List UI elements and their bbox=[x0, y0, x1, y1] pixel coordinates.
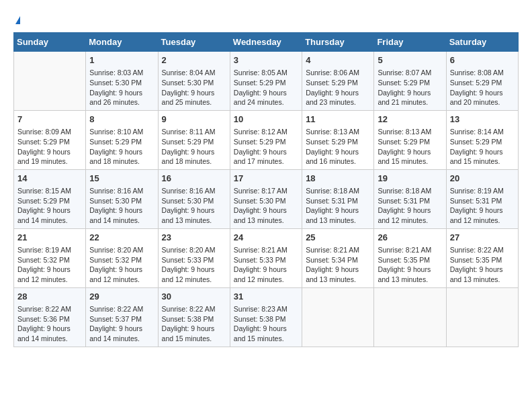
calendar-cell: 17Sunrise: 8:17 AMSunset: 5:30 PMDayligh… bbox=[230, 169, 302, 228]
calendar-cell: 19Sunrise: 8:18 AMSunset: 5:31 PMDayligh… bbox=[374, 169, 446, 228]
day-info: Sunrise: 8:04 AMSunset: 5:30 PMDaylight:… bbox=[162, 68, 226, 107]
day-info: Sunrise: 8:15 AMSunset: 5:29 PMDaylight:… bbox=[17, 186, 82, 226]
calendar-cell: 6Sunrise: 8:08 AMSunset: 5:29 PMDaylight… bbox=[446, 52, 518, 111]
calendar-cell: 24Sunrise: 8:21 AMSunset: 5:33 PMDayligh… bbox=[230, 228, 302, 287]
day-number: 31 bbox=[234, 291, 298, 303]
weekday-header-thursday: Thursday bbox=[302, 33, 374, 52]
calendar-cell: 21Sunrise: 8:19 AMSunset: 5:32 PMDayligh… bbox=[14, 228, 86, 287]
day-number: 19 bbox=[378, 173, 442, 185]
day-info: Sunrise: 8:13 AMSunset: 5:29 PMDaylight:… bbox=[378, 127, 442, 167]
day-info: Sunrise: 8:22 AMSunset: 5:38 PMDaylight:… bbox=[162, 304, 226, 344]
calendar-cell: 2Sunrise: 8:04 AMSunset: 5:30 PMDaylight… bbox=[158, 52, 230, 111]
week-row-3: 14Sunrise: 8:15 AMSunset: 5:29 PMDayligh… bbox=[14, 169, 519, 228]
weekday-header-saturday: Saturday bbox=[446, 33, 518, 52]
day-number: 28 bbox=[17, 291, 82, 303]
calendar-table: SundayMondayTuesdayWednesdayThursdayFrid… bbox=[13, 32, 519, 347]
day-number: 6 bbox=[450, 54, 515, 66]
day-number: 1 bbox=[89, 54, 154, 66]
day-number: 8 bbox=[89, 113, 154, 126]
calendar-cell bbox=[14, 52, 86, 111]
day-info: Sunrise: 8:19 AMSunset: 5:32 PMDaylight:… bbox=[17, 245, 82, 285]
day-number: 23 bbox=[162, 232, 226, 244]
calendar-cell bbox=[302, 287, 374, 347]
day-info: Sunrise: 8:16 AMSunset: 5:30 PMDaylight:… bbox=[162, 186, 226, 226]
day-info: Sunrise: 8:21 AMSunset: 5:34 PMDaylight:… bbox=[306, 245, 370, 285]
day-number: 5 bbox=[378, 54, 442, 66]
day-number: 13 bbox=[450, 113, 515, 126]
day-info: Sunrise: 8:10 AMSunset: 5:29 PMDaylight:… bbox=[89, 127, 154, 167]
day-info: Sunrise: 8:21 AMSunset: 5:35 PMDaylight:… bbox=[378, 245, 442, 285]
week-row-1: 1Sunrise: 8:03 AMSunset: 5:30 PMDaylight… bbox=[14, 52, 519, 111]
calendar-cell: 28Sunrise: 8:22 AMSunset: 5:36 PMDayligh… bbox=[14, 287, 86, 347]
day-number: 15 bbox=[89, 173, 154, 185]
calendar-cell: 26Sunrise: 8:21 AMSunset: 5:35 PMDayligh… bbox=[374, 228, 446, 287]
day-info: Sunrise: 8:22 AMSunset: 5:36 PMDaylight:… bbox=[17, 304, 82, 344]
weekday-row: SundayMondayTuesdayWednesdayThursdayFrid… bbox=[14, 33, 519, 52]
day-info: Sunrise: 8:09 AMSunset: 5:29 PMDaylight:… bbox=[17, 127, 82, 167]
calendar-cell: 30Sunrise: 8:22 AMSunset: 5:38 PMDayligh… bbox=[158, 287, 230, 347]
day-number: 20 bbox=[450, 173, 515, 185]
calendar-cell: 8Sunrise: 8:10 AMSunset: 5:29 PMDaylight… bbox=[86, 110, 158, 169]
day-info: Sunrise: 8:18 AMSunset: 5:31 PMDaylight:… bbox=[306, 186, 370, 226]
calendar-cell: 10Sunrise: 8:12 AMSunset: 5:29 PMDayligh… bbox=[230, 110, 302, 169]
day-number: 24 bbox=[234, 232, 298, 244]
calendar-cell: 27Sunrise: 8:22 AMSunset: 5:35 PMDayligh… bbox=[446, 228, 518, 287]
week-row-5: 28Sunrise: 8:22 AMSunset: 5:36 PMDayligh… bbox=[14, 287, 519, 347]
day-info: Sunrise: 8:13 AMSunset: 5:29 PMDaylight:… bbox=[306, 127, 370, 167]
day-number: 17 bbox=[234, 173, 298, 185]
day-info: Sunrise: 8:17 AMSunset: 5:30 PMDaylight:… bbox=[234, 186, 298, 226]
calendar-cell: 20Sunrise: 8:19 AMSunset: 5:31 PMDayligh… bbox=[446, 169, 518, 228]
day-number: 14 bbox=[17, 173, 82, 185]
calendar-cell: 16Sunrise: 8:16 AMSunset: 5:30 PMDayligh… bbox=[158, 169, 230, 228]
day-number: 2 bbox=[162, 54, 226, 66]
weekday-header-monday: Monday bbox=[86, 33, 158, 52]
day-info: Sunrise: 8:08 AMSunset: 5:29 PMDaylight:… bbox=[450, 68, 515, 107]
day-number: 25 bbox=[306, 232, 370, 244]
day-info: Sunrise: 8:20 AMSunset: 5:32 PMDaylight:… bbox=[89, 245, 154, 285]
day-info: Sunrise: 8:05 AMSunset: 5:29 PMDaylight:… bbox=[234, 68, 298, 107]
calendar-header: SundayMondayTuesdayWednesdayThursdayFrid… bbox=[14, 33, 519, 52]
day-info: Sunrise: 8:11 AMSunset: 5:29 PMDaylight:… bbox=[162, 127, 226, 167]
day-number: 22 bbox=[89, 232, 154, 244]
day-info: Sunrise: 8:06 AMSunset: 5:29 PMDaylight:… bbox=[306, 68, 370, 107]
day-info: Sunrise: 8:12 AMSunset: 5:29 PMDaylight:… bbox=[234, 127, 298, 167]
calendar-cell: 29Sunrise: 8:22 AMSunset: 5:37 PMDayligh… bbox=[86, 287, 158, 347]
day-number: 4 bbox=[306, 54, 370, 66]
calendar-cell: 31Sunrise: 8:23 AMSunset: 5:38 PMDayligh… bbox=[230, 287, 302, 347]
week-row-4: 21Sunrise: 8:19 AMSunset: 5:32 PMDayligh… bbox=[14, 228, 519, 287]
day-number: 7 bbox=[17, 113, 82, 126]
day-number: 9 bbox=[162, 113, 226, 126]
day-info: Sunrise: 8:23 AMSunset: 5:38 PMDaylight:… bbox=[234, 304, 298, 344]
calendar-cell: 4Sunrise: 8:06 AMSunset: 5:29 PMDaylight… bbox=[302, 52, 374, 111]
calendar-cell: 1Sunrise: 8:03 AMSunset: 5:30 PMDaylight… bbox=[86, 52, 158, 111]
week-row-2: 7Sunrise: 8:09 AMSunset: 5:29 PMDaylight… bbox=[14, 110, 519, 169]
day-info: Sunrise: 8:22 AMSunset: 5:35 PMDaylight:… bbox=[450, 245, 515, 285]
weekday-header-sunday: Sunday bbox=[14, 33, 86, 52]
day-number: 27 bbox=[450, 232, 515, 244]
day-info: Sunrise: 8:18 AMSunset: 5:31 PMDaylight:… bbox=[378, 186, 442, 226]
calendar-cell: 23Sunrise: 8:20 AMSunset: 5:33 PMDayligh… bbox=[158, 228, 230, 287]
calendar-cell: 3Sunrise: 8:05 AMSunset: 5:29 PMDaylight… bbox=[230, 52, 302, 111]
calendar-cell: 13Sunrise: 8:14 AMSunset: 5:29 PMDayligh… bbox=[446, 110, 518, 169]
day-info: Sunrise: 8:07 AMSunset: 5:29 PMDaylight:… bbox=[378, 68, 442, 107]
day-info: Sunrise: 8:14 AMSunset: 5:29 PMDaylight:… bbox=[450, 127, 515, 167]
calendar-body: 1Sunrise: 8:03 AMSunset: 5:30 PMDaylight… bbox=[14, 52, 519, 347]
page-header bbox=[13, 13, 519, 26]
day-info: Sunrise: 8:16 AMSunset: 5:30 PMDaylight:… bbox=[89, 186, 154, 226]
day-info: Sunrise: 8:21 AMSunset: 5:33 PMDaylight:… bbox=[234, 245, 298, 285]
day-info: Sunrise: 8:03 AMSunset: 5:30 PMDaylight:… bbox=[89, 68, 154, 107]
calendar-cell: 18Sunrise: 8:18 AMSunset: 5:31 PMDayligh… bbox=[302, 169, 374, 228]
calendar-cell: 9Sunrise: 8:11 AMSunset: 5:29 PMDaylight… bbox=[158, 110, 230, 169]
day-info: Sunrise: 8:19 AMSunset: 5:31 PMDaylight:… bbox=[450, 186, 515, 226]
day-number: 26 bbox=[378, 232, 442, 244]
calendar-cell bbox=[374, 287, 446, 347]
day-info: Sunrise: 8:20 AMSunset: 5:33 PMDaylight:… bbox=[162, 245, 226, 285]
day-number: 29 bbox=[89, 291, 154, 303]
weekday-header-tuesday: Tuesday bbox=[158, 33, 230, 52]
weekday-header-wednesday: Wednesday bbox=[230, 33, 302, 52]
day-number: 12 bbox=[378, 113, 442, 126]
day-number: 16 bbox=[162, 173, 226, 185]
day-number: 3 bbox=[234, 54, 298, 66]
day-info: Sunrise: 8:22 AMSunset: 5:37 PMDaylight:… bbox=[89, 304, 154, 344]
calendar-cell: 22Sunrise: 8:20 AMSunset: 5:32 PMDayligh… bbox=[86, 228, 158, 287]
